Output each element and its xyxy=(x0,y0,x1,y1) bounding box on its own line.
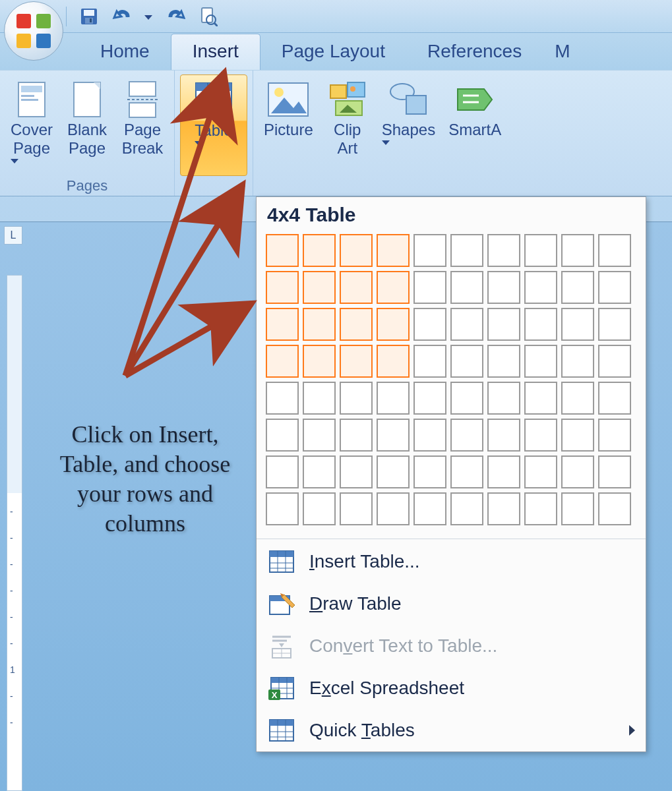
grid-cell[interactable] xyxy=(340,271,373,304)
grid-cell[interactable] xyxy=(377,419,410,452)
grid-cell[interactable] xyxy=(561,492,594,525)
office-button[interactable] xyxy=(4,1,63,61)
grid-cell[interactable] xyxy=(561,345,594,378)
grid-cell[interactable] xyxy=(450,419,483,452)
grid-cell[interactable] xyxy=(340,382,373,415)
tab-insert[interactable]: Insert xyxy=(171,34,260,70)
grid-cell[interactable] xyxy=(377,234,410,267)
picture-button[interactable]: Picture xyxy=(259,74,319,176)
grid-cell[interactable] xyxy=(487,271,520,304)
excel-spreadsheet-menu-item[interactable]: X Excel Spreadsheet xyxy=(257,667,646,709)
grid-cell[interactable] xyxy=(598,455,631,488)
grid-cell[interactable] xyxy=(561,234,594,267)
grid-cell[interactable] xyxy=(524,234,557,267)
grid-cell[interactable] xyxy=(413,419,446,452)
grid-cell[interactable] xyxy=(524,308,557,341)
grid-cell[interactable] xyxy=(413,382,446,415)
grid-cell[interactable] xyxy=(487,345,520,378)
grid-cell[interactable] xyxy=(487,382,520,415)
table-size-grid[interactable] xyxy=(257,231,646,537)
grid-cell[interactable] xyxy=(377,382,410,415)
grid-cell[interactable] xyxy=(340,234,373,267)
grid-cell[interactable] xyxy=(487,308,520,341)
grid-cell[interactable] xyxy=(413,492,446,525)
grid-cell[interactable] xyxy=(266,345,299,378)
shapes-button[interactable]: Shapes xyxy=(377,74,441,176)
grid-cell[interactable] xyxy=(303,345,336,378)
grid-cell[interactable] xyxy=(561,308,594,341)
grid-cell[interactable] xyxy=(450,271,483,304)
grid-cell[interactable] xyxy=(450,234,483,267)
quick-tables-menu-item[interactable]: Quick Tables xyxy=(257,709,646,751)
tab-page-layout[interactable]: Page Layout xyxy=(260,34,406,70)
grid-cell[interactable] xyxy=(598,419,631,452)
grid-cell[interactable] xyxy=(413,455,446,488)
grid-cell[interactable] xyxy=(303,234,336,267)
clip-art-button[interactable]: Clip Art xyxy=(321,74,374,176)
blank-page-button[interactable]: Blank Page xyxy=(61,74,113,176)
redo-button[interactable] xyxy=(164,6,185,27)
grid-cell[interactable] xyxy=(561,455,594,488)
tab-references[interactable]: References xyxy=(406,34,543,70)
grid-cell[interactable] xyxy=(377,308,410,341)
grid-cell[interactable] xyxy=(524,271,557,304)
grid-cell[interactable] xyxy=(487,455,520,488)
vertical-ruler[interactable]: - - - - - - 1 - - xyxy=(7,275,22,791)
grid-cell[interactable] xyxy=(340,308,373,341)
grid-cell[interactable] xyxy=(303,382,336,415)
tab-home[interactable]: Home xyxy=(79,34,171,70)
grid-cell[interactable] xyxy=(377,492,410,525)
grid-cell[interactable] xyxy=(524,419,557,452)
insert-table-menu-item[interactable]: Insert Table... xyxy=(257,541,646,583)
grid-cell[interactable] xyxy=(266,419,299,452)
grid-cell[interactable] xyxy=(450,308,483,341)
grid-cell[interactable] xyxy=(598,308,631,341)
grid-cell[interactable] xyxy=(598,492,631,525)
grid-cell[interactable] xyxy=(266,492,299,525)
table-button[interactable]: Table xyxy=(180,74,247,176)
save-button[interactable] xyxy=(78,6,100,27)
grid-cell[interactable] xyxy=(266,455,299,488)
grid-cell[interactable] xyxy=(413,234,446,267)
grid-cell[interactable] xyxy=(266,382,299,415)
grid-cell[interactable] xyxy=(413,271,446,304)
grid-cell[interactable] xyxy=(524,382,557,415)
grid-cell[interactable] xyxy=(598,271,631,304)
cover-page-button[interactable]: Cover Page xyxy=(5,74,58,176)
grid-cell[interactable] xyxy=(303,492,336,525)
grid-cell[interactable] xyxy=(377,455,410,488)
grid-cell[interactable] xyxy=(413,345,446,378)
tab-next-partial[interactable]: M xyxy=(543,34,570,70)
grid-cell[interactable] xyxy=(524,345,557,378)
undo-dropdown[interactable] xyxy=(144,11,152,22)
grid-cell[interactable] xyxy=(561,271,594,304)
draw-table-menu-item[interactable]: Draw Table xyxy=(257,583,646,625)
grid-cell[interactable] xyxy=(340,455,373,488)
grid-cell[interactable] xyxy=(303,419,336,452)
grid-cell[interactable] xyxy=(487,234,520,267)
grid-cell[interactable] xyxy=(450,492,483,525)
undo-button[interactable] xyxy=(111,6,133,27)
grid-cell[interactable] xyxy=(598,234,631,267)
smartart-button[interactable]: SmartA xyxy=(443,74,501,176)
grid-cell[interactable] xyxy=(303,308,336,341)
grid-cell[interactable] xyxy=(598,345,631,378)
grid-cell[interactable] xyxy=(303,455,336,488)
grid-cell[interactable] xyxy=(561,382,594,415)
grid-cell[interactable] xyxy=(524,492,557,525)
grid-cell[interactable] xyxy=(413,308,446,341)
grid-cell[interactable] xyxy=(266,271,299,304)
grid-cell[interactable] xyxy=(561,419,594,452)
grid-cell[interactable] xyxy=(598,382,631,415)
grid-cell[interactable] xyxy=(487,492,520,525)
grid-cell[interactable] xyxy=(340,492,373,525)
grid-cell[interactable] xyxy=(377,271,410,304)
grid-cell[interactable] xyxy=(524,455,557,488)
grid-cell[interactable] xyxy=(450,382,483,415)
grid-cell[interactable] xyxy=(303,271,336,304)
grid-cell[interactable] xyxy=(377,345,410,378)
grid-cell[interactable] xyxy=(450,345,483,378)
grid-cell[interactable] xyxy=(266,234,299,267)
grid-cell[interactable] xyxy=(340,419,373,452)
grid-cell[interactable] xyxy=(266,308,299,341)
